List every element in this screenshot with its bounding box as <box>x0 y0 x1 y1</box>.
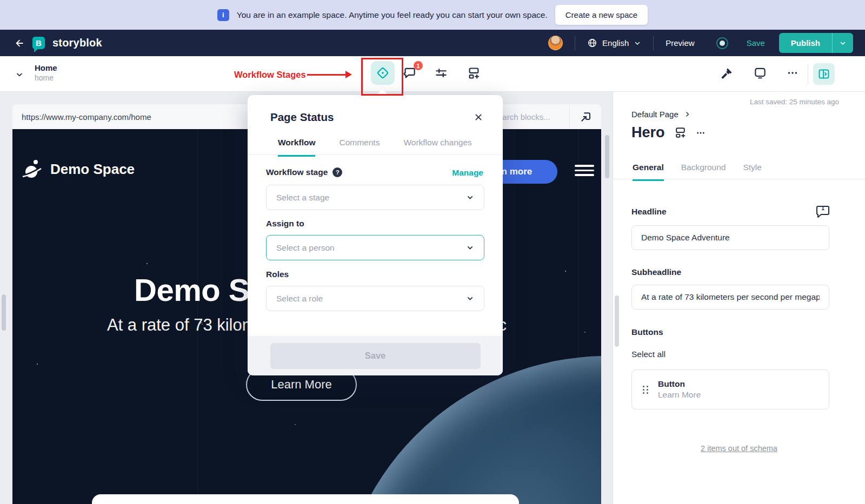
publish-dropdown-button[interactable] <box>832 33 853 53</box>
adjustments-icon <box>434 66 448 80</box>
site-section-card <box>92 494 519 504</box>
buttons-label: Buttons <box>631 327 663 337</box>
chevron-down-icon <box>466 244 474 252</box>
tab-background[interactable]: Background <box>681 163 726 181</box>
add-block-button[interactable] <box>465 64 482 82</box>
modal-tabs-divider <box>248 154 503 155</box>
last-saved-status: Last saved: 25 minutes ago <box>750 98 839 106</box>
chevron-down-icon <box>839 39 847 47</box>
planet-icon <box>22 158 44 180</box>
publish-button[interactable]: Publish <box>779 33 832 53</box>
language-label: English <box>602 38 629 48</box>
subheadline-label: Subheadline <box>631 267 681 277</box>
nav-divider <box>653 36 654 50</box>
annotation-label: Workflow Stages <box>234 70 306 80</box>
block-item-subtitle: Learn More <box>658 389 701 400</box>
stage-select[interactable]: Select a stage <box>266 185 484 210</box>
assign-to-label: Assign to <box>266 219 304 229</box>
close-icon[interactable] <box>473 111 484 123</box>
help-icon[interactable]: ? <box>332 167 342 177</box>
nav-divider <box>575 36 575 50</box>
more-options-button[interactable] <box>784 64 801 82</box>
annotation-arrow <box>307 74 346 76</box>
globe-icon <box>587 38 597 48</box>
select-all-control[interactable]: Select all <box>631 350 666 359</box>
tab-style[interactable]: Style <box>743 163 761 181</box>
subheadline-input[interactable] <box>631 285 829 310</box>
dev-tools-button[interactable] <box>718 64 735 82</box>
roles-placeholder: Select a role <box>276 294 323 304</box>
breadcrumb[interactable]: Default Page <box>631 110 691 119</box>
chevron-down-icon <box>634 39 641 47</box>
schema-items-link[interactable]: 2 items out of schema <box>613 444 865 453</box>
site-brand: Demo Space <box>50 161 135 178</box>
save-button[interactable]: Save <box>747 38 765 48</box>
comments-badge: 1 <box>414 61 423 70</box>
avatar[interactable] <box>548 36 563 50</box>
manage-link[interactable]: Manage <box>452 168 483 178</box>
panel-toggle-button[interactable] <box>813 63 835 85</box>
story-chevron-icon[interactable] <box>15 70 24 79</box>
headline-input[interactable] <box>631 225 829 250</box>
create-space-button[interactable]: Create a new space <box>555 5 648 25</box>
add-block-button-sidebar[interactable] <box>674 126 687 139</box>
preview-scrollbar[interactable] <box>605 135 609 178</box>
preview-url: https://www.my-company.com/home <box>22 112 151 122</box>
page-status-modal: Page Status Workflow Comments Workflow c… <box>248 95 503 375</box>
roles-select[interactable]: Select a role <box>266 286 484 311</box>
sidebar-scrollbar[interactable] <box>615 295 619 347</box>
component-sidebar: Last saved: 25 minutes ago Default Page … <box>613 92 865 504</box>
sidebar-tabs: General Background Style <box>633 163 762 181</box>
top-navbar: B storyblok English Preview Save Publish <box>0 30 865 56</box>
workflow-stage-label: Workflow stage ? <box>266 167 342 177</box>
tab-comments[interactable]: Comments <box>339 138 380 157</box>
search-blocks-input[interactable] <box>493 112 562 122</box>
tab-general[interactable]: General <box>633 163 664 181</box>
modal-footer: Save <box>248 336 503 375</box>
adjustments-button[interactable] <box>432 64 450 82</box>
site-logo: Demo Space <box>22 158 135 180</box>
tab-workflow-changes[interactable]: Workflow changes <box>403 138 471 157</box>
modal-title: Page Status <box>270 111 334 124</box>
roles-label: Roles <box>266 270 289 279</box>
drag-handle-icon[interactable] <box>643 386 649 394</box>
example-space-banner: i You are in an example space. Anytime y… <box>0 0 865 30</box>
toolbar-divider <box>808 64 808 84</box>
story-slug: home <box>35 73 54 82</box>
tab-workflow[interactable]: Workflow <box>278 138 315 157</box>
field-comment-count: 1 <box>815 205 830 211</box>
chevron-down-icon <box>466 294 474 303</box>
button-block-item[interactable]: Button Learn More <box>631 369 829 409</box>
component-more-button[interactable] <box>696 128 706 138</box>
storyblok-logo[interactable]: B <box>32 37 45 49</box>
ellipsis-icon <box>696 128 706 138</box>
comments-button[interactable]: 1 <box>401 64 418 82</box>
assign-select[interactable]: Select a person <box>266 235 484 260</box>
edit-mode-button[interactable] <box>570 104 601 129</box>
field-comment-button[interactable]: 1 <box>815 205 830 219</box>
modal-tabs: Workflow Comments Workflow changes <box>278 138 472 157</box>
app-root: i You are in an example space. Anytime y… <box>0 0 865 504</box>
editor-toolbar: Home home Workflow Stages 1 <box>0 56 865 92</box>
stage-placeholder: Select a stage <box>276 193 329 203</box>
workflow-stages-button[interactable] <box>371 61 395 85</box>
blocks-add-icon <box>674 126 687 139</box>
preview-button[interactable]: Preview <box>666 38 694 48</box>
headline-label: Headline <box>631 207 667 217</box>
earth-image <box>337 356 601 504</box>
modal-save-button[interactable]: Save <box>270 343 481 369</box>
chevron-down-icon <box>466 193 474 201</box>
publish-state-toggle[interactable] <box>716 37 728 49</box>
sidebar-toggle-icon <box>817 68 830 80</box>
blocks-add-icon <box>467 66 481 80</box>
story-title: Home <box>35 63 57 72</box>
hamburger-icon[interactable] <box>575 165 594 179</box>
page-scrollbar[interactable] <box>2 294 6 331</box>
language-selector[interactable]: English <box>587 38 641 48</box>
hammer-icon <box>720 66 734 80</box>
monitor-icon <box>753 66 767 80</box>
device-preview-button[interactable] <box>751 64 769 82</box>
brand-wordmark: storyblok <box>52 37 102 49</box>
banner-text: You are in an example space. Anytime you… <box>237 10 548 20</box>
back-arrow-icon[interactable] <box>14 38 25 49</box>
